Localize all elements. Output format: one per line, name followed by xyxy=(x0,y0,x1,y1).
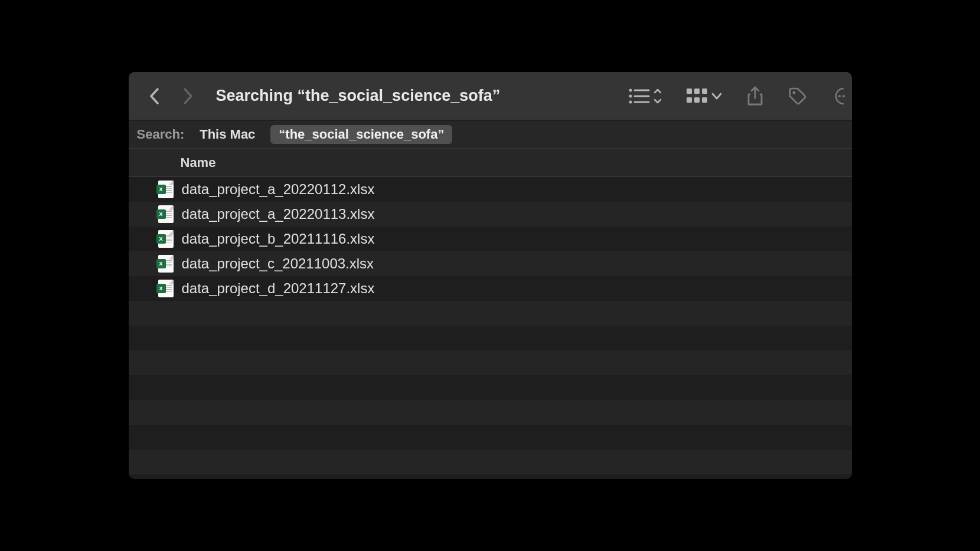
svg-rect-11 xyxy=(702,97,707,103)
file-list: X data_project_a_20220112.xlsx X data_pr… xyxy=(129,177,852,479)
finder-window: Searching “the_social_science_sofa” xyxy=(129,72,852,479)
excel-file-icon: X xyxy=(158,181,174,198)
empty-row xyxy=(129,375,852,400)
file-name: data_project_a_20220113.xlsx xyxy=(182,206,375,222)
file-name: data_project_c_20211003.xlsx xyxy=(182,255,374,272)
group-icon xyxy=(687,88,722,104)
more-icon xyxy=(832,87,845,106)
group-button[interactable] xyxy=(687,88,722,104)
view-list-button[interactable] xyxy=(629,87,662,105)
chevron-right-icon xyxy=(182,87,193,105)
file-row[interactable]: X data_project_d_20211127.xlsx xyxy=(129,276,852,301)
more-button[interactable] xyxy=(832,87,845,106)
empty-row xyxy=(129,474,852,479)
file-row[interactable]: X data_project_a_20220113.xlsx xyxy=(129,202,852,227)
window-title: Searching “the_social_science_sofa” xyxy=(216,87,619,105)
svg-point-13 xyxy=(838,95,841,97)
empty-row xyxy=(129,326,852,350)
share-icon xyxy=(747,86,763,106)
scope-label: Search: xyxy=(137,127,185,142)
column-name-header[interactable]: Name xyxy=(181,155,216,170)
empty-row xyxy=(129,400,852,425)
svg-point-0 xyxy=(629,88,632,91)
svg-point-12 xyxy=(792,91,795,94)
file-row[interactable]: X data_project_c_20211003.xlsx xyxy=(129,251,852,276)
back-button[interactable] xyxy=(146,88,163,104)
tag-icon xyxy=(788,87,807,106)
excel-file-icon: X xyxy=(158,255,174,273)
scope-current-folder[interactable]: “the_social_science_sofa” xyxy=(270,125,452,144)
nav-buttons xyxy=(146,88,196,104)
svg-point-2 xyxy=(629,94,632,97)
svg-point-14 xyxy=(842,95,845,97)
excel-file-icon: X xyxy=(158,205,174,223)
list-view-icon xyxy=(629,87,662,105)
search-scope-bar: Search: This Mac “the_social_science_sof… xyxy=(129,120,852,149)
file-name: data_project_d_20211127.xlsx xyxy=(182,280,375,297)
toolbar-right xyxy=(629,86,834,106)
forward-button[interactable] xyxy=(179,88,196,104)
file-name: data_project_a_20220112.xlsx xyxy=(182,181,375,198)
svg-rect-7 xyxy=(694,88,700,94)
excel-file-icon: X xyxy=(158,230,174,248)
svg-rect-8 xyxy=(702,88,707,94)
empty-row xyxy=(129,450,852,474)
empty-row xyxy=(129,425,852,450)
file-name: data_project_b_20211116.xlsx xyxy=(182,231,375,247)
svg-point-4 xyxy=(629,100,632,103)
toolbar: Searching “the_social_science_sofa” xyxy=(129,72,852,120)
column-header: Name xyxy=(129,149,852,177)
scope-this-mac[interactable]: This Mac xyxy=(195,125,260,144)
empty-row xyxy=(129,350,852,375)
svg-rect-9 xyxy=(687,97,692,103)
tags-button[interactable] xyxy=(788,87,807,106)
file-row[interactable]: X data_project_b_20211116.xlsx xyxy=(129,227,852,251)
file-row[interactable]: X data_project_a_20220112.xlsx xyxy=(129,177,852,202)
svg-rect-10 xyxy=(694,97,700,103)
empty-row xyxy=(129,301,852,326)
share-button[interactable] xyxy=(747,86,763,106)
svg-rect-6 xyxy=(687,88,692,94)
excel-file-icon: X xyxy=(158,280,174,297)
chevron-left-icon xyxy=(149,87,160,105)
